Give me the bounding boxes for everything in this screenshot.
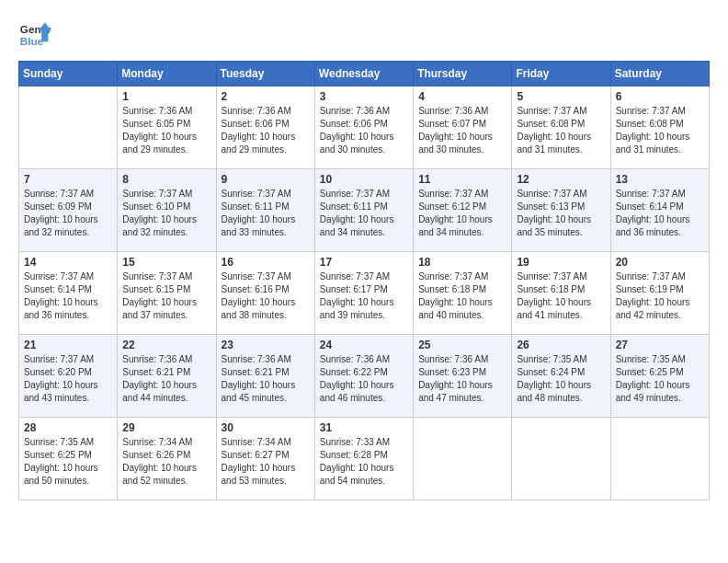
day-number: 7: [24, 173, 112, 186]
calendar-cell: 9Sunrise: 7:37 AMSunset: 6:11 PMDaylight…: [216, 169, 314, 252]
week-row-5: 28Sunrise: 7:35 AMSunset: 6:25 PMDayligh…: [19, 418, 710, 500]
page-header: General Blue: [18, 18, 710, 52]
calendar-cell: 22Sunrise: 7:36 AMSunset: 6:21 PMDayligh…: [118, 335, 216, 418]
day-info: Sunrise: 7:36 AMSunset: 6:06 PMDaylight:…: [222, 105, 310, 156]
day-info: Sunrise: 7:37 AMSunset: 6:17 PMDaylight:…: [320, 270, 408, 322]
calendar-cell: 21Sunrise: 7:37 AMSunset: 6:20 PMDayligh…: [19, 335, 118, 418]
day-number: 6: [616, 90, 704, 103]
calendar-cell: 17Sunrise: 7:37 AMSunset: 6:17 PMDayligh…: [314, 252, 413, 335]
day-number: 22: [122, 339, 210, 351]
calendar-cell: 18Sunrise: 7:37 AMSunset: 6:18 PMDayligh…: [414, 252, 512, 335]
calendar-cell: 10Sunrise: 7:37 AMSunset: 6:11 PMDayligh…: [314, 169, 413, 252]
calendar-cell: 2Sunrise: 7:36 AMSunset: 6:06 PMDaylight…: [216, 86, 314, 169]
calendar-cell: 13Sunrise: 7:37 AMSunset: 6:14 PMDayligh…: [610, 169, 709, 252]
day-number: 21: [24, 339, 112, 351]
week-row-2: 7Sunrise: 7:37 AMSunset: 6:09 PMDaylight…: [19, 169, 710, 252]
calendar-cell: 19Sunrise: 7:37 AMSunset: 6:18 PMDayligh…: [512, 252, 610, 335]
day-info: Sunrise: 7:37 AMSunset: 6:14 PMDaylight:…: [24, 270, 112, 322]
calendar-cell: 16Sunrise: 7:37 AMSunset: 6:16 PMDayligh…: [216, 252, 314, 335]
calendar-cell: 11Sunrise: 7:37 AMSunset: 6:12 PMDayligh…: [414, 169, 512, 252]
day-info: Sunrise: 7:37 AMSunset: 6:11 PMDaylight:…: [222, 188, 310, 239]
calendar-cell: 12Sunrise: 7:37 AMSunset: 6:13 PMDayligh…: [512, 169, 610, 252]
calendar-cell: 24Sunrise: 7:36 AMSunset: 6:22 PMDayligh…: [314, 335, 413, 418]
day-number: 25: [418, 339, 506, 351]
calendar-cell: 7Sunrise: 7:37 AMSunset: 6:09 PMDaylight…: [19, 169, 118, 252]
weekday-header-monday: Monday: [118, 62, 216, 86]
day-info: Sunrise: 7:37 AMSunset: 6:19 PMDaylight:…: [616, 270, 704, 322]
day-number: 5: [517, 90, 605, 103]
weekday-header-friday: Friday: [512, 62, 610, 86]
day-info: Sunrise: 7:37 AMSunset: 6:09 PMDaylight:…: [24, 188, 112, 239]
day-number: 31: [320, 421, 408, 434]
calendar-cell: 29Sunrise: 7:34 AMSunset: 6:26 PMDayligh…: [118, 418, 216, 500]
weekday-header-tuesday: Tuesday: [216, 62, 314, 86]
day-info: Sunrise: 7:34 AMSunset: 6:26 PMDaylight:…: [122, 436, 210, 488]
day-number: 3: [320, 90, 408, 103]
day-number: 30: [222, 421, 310, 434]
day-info: Sunrise: 7:36 AMSunset: 6:05 PMDaylight:…: [122, 105, 210, 156]
day-number: 16: [222, 256, 310, 269]
weekday-header-thursday: Thursday: [414, 62, 512, 86]
day-info: Sunrise: 7:33 AMSunset: 6:28 PMDaylight:…: [320, 436, 408, 488]
day-info: Sunrise: 7:37 AMSunset: 6:10 PMDaylight:…: [122, 188, 210, 239]
day-number: 29: [122, 421, 210, 434]
day-number: 19: [517, 256, 605, 269]
day-info: Sunrise: 7:37 AMSunset: 6:08 PMDaylight:…: [616, 105, 704, 156]
day-info: Sunrise: 7:37 AMSunset: 6:20 PMDaylight:…: [24, 353, 112, 405]
day-number: 15: [122, 256, 210, 269]
calendar-table: SundayMondayTuesdayWednesdayThursdayFrid…: [18, 61, 710, 500]
day-number: 23: [222, 339, 310, 351]
svg-text:Blue: Blue: [20, 35, 44, 47]
day-number: 14: [24, 256, 112, 269]
calendar-cell: 27Sunrise: 7:35 AMSunset: 6:25 PMDayligh…: [610, 335, 709, 418]
day-info: Sunrise: 7:37 AMSunset: 6:14 PMDaylight:…: [616, 188, 704, 239]
day-info: Sunrise: 7:35 AMSunset: 6:24 PMDaylight:…: [517, 353, 605, 405]
day-number: 12: [517, 173, 605, 186]
day-number: 18: [418, 256, 506, 269]
day-number: 10: [320, 173, 408, 186]
logo-icon: General Blue: [18, 18, 51, 52]
day-info: Sunrise: 7:37 AMSunset: 6:08 PMDaylight:…: [517, 105, 605, 156]
weekday-header-row: SundayMondayTuesdayWednesdayThursdayFrid…: [19, 62, 710, 86]
day-number: 20: [616, 256, 704, 269]
day-info: Sunrise: 7:35 AMSunset: 6:25 PMDaylight:…: [24, 436, 112, 488]
day-info: Sunrise: 7:36 AMSunset: 6:07 PMDaylight:…: [418, 105, 506, 156]
calendar-cell: 8Sunrise: 7:37 AMSunset: 6:10 PMDaylight…: [118, 169, 216, 252]
week-row-4: 21Sunrise: 7:37 AMSunset: 6:20 PMDayligh…: [19, 335, 710, 418]
day-number: 11: [418, 173, 506, 186]
day-number: 27: [616, 339, 704, 351]
calendar-cell: 3Sunrise: 7:36 AMSunset: 6:06 PMDaylight…: [314, 86, 413, 169]
day-number: 28: [24, 421, 112, 434]
calendar-cell: 14Sunrise: 7:37 AMSunset: 6:14 PMDayligh…: [19, 252, 118, 335]
week-row-1: 1Sunrise: 7:36 AMSunset: 6:05 PMDaylight…: [19, 86, 710, 169]
day-info: Sunrise: 7:37 AMSunset: 6:15 PMDaylight:…: [122, 270, 210, 322]
day-info: Sunrise: 7:37 AMSunset: 6:16 PMDaylight:…: [222, 270, 310, 322]
day-info: Sunrise: 7:37 AMSunset: 6:18 PMDaylight:…: [418, 270, 506, 322]
day-number: 17: [320, 256, 408, 269]
calendar-cell: 20Sunrise: 7:37 AMSunset: 6:19 PMDayligh…: [610, 252, 709, 335]
day-info: Sunrise: 7:37 AMSunset: 6:13 PMDaylight:…: [517, 188, 605, 239]
calendar-cell: 30Sunrise: 7:34 AMSunset: 6:27 PMDayligh…: [216, 418, 314, 500]
day-info: Sunrise: 7:37 AMSunset: 6:12 PMDaylight:…: [418, 188, 506, 239]
calendar-cell: 23Sunrise: 7:36 AMSunset: 6:21 PMDayligh…: [216, 335, 314, 418]
day-info: Sunrise: 7:36 AMSunset: 6:21 PMDaylight:…: [122, 353, 210, 405]
day-number: 26: [517, 339, 605, 351]
day-info: Sunrise: 7:36 AMSunset: 6:06 PMDaylight:…: [320, 105, 408, 156]
day-info: Sunrise: 7:34 AMSunset: 6:27 PMDaylight:…: [222, 436, 310, 488]
day-info: Sunrise: 7:36 AMSunset: 6:23 PMDaylight:…: [418, 353, 506, 405]
calendar-cell: 4Sunrise: 7:36 AMSunset: 6:07 PMDaylight…: [414, 86, 512, 169]
weekday-header-saturday: Saturday: [610, 62, 709, 86]
calendar-cell: [512, 418, 610, 500]
day-info: Sunrise: 7:35 AMSunset: 6:25 PMDaylight:…: [616, 353, 704, 405]
day-number: 24: [320, 339, 408, 351]
day-number: 13: [616, 173, 704, 186]
calendar-cell: 25Sunrise: 7:36 AMSunset: 6:23 PMDayligh…: [414, 335, 512, 418]
weekday-header-wednesday: Wednesday: [314, 62, 413, 86]
day-number: 1: [122, 90, 210, 103]
calendar-cell: 31Sunrise: 7:33 AMSunset: 6:28 PMDayligh…: [314, 418, 413, 500]
calendar-cell: [19, 86, 118, 169]
calendar-cell: 28Sunrise: 7:35 AMSunset: 6:25 PMDayligh…: [19, 418, 118, 500]
logo: General Blue: [18, 18, 51, 52]
calendar-cell: 26Sunrise: 7:35 AMSunset: 6:24 PMDayligh…: [512, 335, 610, 418]
day-info: Sunrise: 7:36 AMSunset: 6:22 PMDaylight:…: [320, 353, 408, 405]
